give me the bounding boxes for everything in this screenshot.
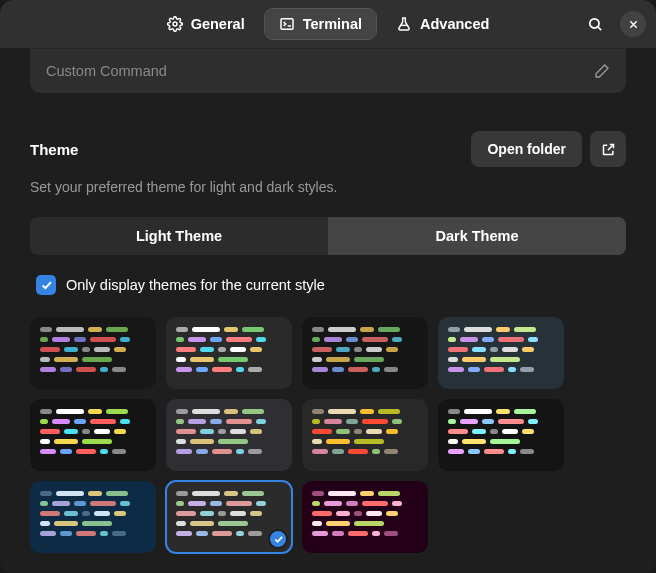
- titlebar: General Terminal: [0, 0, 656, 48]
- filter-checkbox[interactable]: [36, 275, 56, 295]
- segment-light-theme[interactable]: Light Theme: [30, 217, 328, 255]
- search-button[interactable]: [582, 11, 608, 37]
- svg-point-2: [589, 18, 598, 27]
- tab-switcher: General Terminal: [153, 9, 504, 39]
- selected-check-icon: [268, 529, 288, 549]
- titlebar-actions: [582, 11, 646, 37]
- content-area: Custom Command Theme Open folder: [0, 48, 656, 573]
- theme-section: Theme Open folder: [30, 131, 626, 573]
- theme-mode-switcher: Light Theme Dark Theme: [30, 217, 626, 255]
- terminal-icon: [279, 16, 295, 32]
- theme-card[interactable]: [302, 481, 428, 553]
- theme-subtitle: Set your preferred theme for light and d…: [30, 179, 626, 195]
- theme-card[interactable]: [166, 317, 292, 389]
- svg-point-0: [173, 22, 177, 26]
- theme-card[interactable]: [302, 317, 428, 389]
- open-folder-label: Open folder: [487, 141, 566, 157]
- external-link-button[interactable]: [590, 131, 626, 167]
- close-button[interactable]: [620, 11, 646, 37]
- theme-title: Theme: [30, 141, 78, 158]
- filter-checkbox-label: Only display themes for the current styl…: [66, 277, 325, 293]
- theme-header: Theme Open folder: [30, 131, 626, 167]
- theme-header-buttons: Open folder: [471, 131, 626, 167]
- tab-terminal[interactable]: Terminal: [265, 9, 376, 39]
- theme-card[interactable]: [30, 317, 156, 389]
- open-folder-button[interactable]: Open folder: [471, 131, 582, 167]
- gear-icon: [167, 16, 183, 32]
- tab-label: General: [191, 16, 245, 32]
- theme-card[interactable]: [302, 399, 428, 471]
- filter-checkbox-row[interactable]: Only display themes for the current styl…: [30, 275, 626, 295]
- custom-command-placeholder: Custom Command: [46, 63, 167, 79]
- theme-card[interactable]: [438, 317, 564, 389]
- preferences-window: General Terminal: [0, 0, 656, 573]
- theme-card[interactable]: [166, 481, 292, 553]
- theme-card[interactable]: [30, 399, 156, 471]
- theme-grid: [30, 317, 626, 573]
- tab-general[interactable]: General: [153, 9, 259, 39]
- svg-rect-1: [281, 19, 293, 30]
- flask-icon: [396, 16, 412, 32]
- theme-card[interactable]: [438, 399, 564, 471]
- theme-card[interactable]: [30, 481, 156, 553]
- pencil-icon[interactable]: [594, 63, 610, 79]
- tab-advanced[interactable]: Advanced: [382, 9, 503, 39]
- tab-label: Advanced: [420, 16, 489, 32]
- custom-command-field[interactable]: Custom Command: [30, 48, 626, 93]
- external-link-icon: [601, 142, 616, 157]
- tab-label: Terminal: [303, 16, 362, 32]
- theme-card[interactable]: [166, 399, 292, 471]
- segment-dark-theme[interactable]: Dark Theme: [328, 217, 626, 255]
